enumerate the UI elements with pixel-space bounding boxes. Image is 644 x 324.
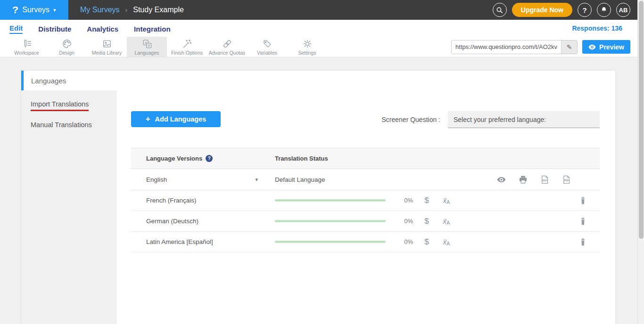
search-button[interactable] bbox=[493, 3, 507, 17]
responses-count[interactable]: Responses: 136 bbox=[572, 24, 622, 32]
svg-text:PDF: PDF bbox=[564, 178, 569, 181]
scrollbar-thumb[interactable] bbox=[639, 1, 644, 239]
product-name: Surveys bbox=[22, 6, 50, 14]
language-versions-table: Language Versions ? Translation Status E… bbox=[131, 148, 600, 252]
toolbar-item-variables[interactable]: Variables bbox=[247, 37, 287, 57]
paid-translation-icon[interactable]: $ bbox=[421, 237, 433, 247]
toolbar-item-settings[interactable]: Settings bbox=[287, 37, 327, 57]
column-translation-status: Translation Status bbox=[275, 155, 328, 162]
avatar[interactable]: AB bbox=[616, 3, 630, 17]
table-row-default-language: English ▾ Default Language bbox=[131, 169, 600, 190]
toolbar-item-advance-quotas[interactable]: Advance Quotas bbox=[207, 37, 247, 57]
language-name: German (Deutsch) bbox=[146, 218, 198, 225]
sidebar-item-label: Manual Translations bbox=[31, 121, 92, 129]
breadcrumb: My Surveys › Study Example bbox=[68, 0, 493, 20]
magic-wand-icon bbox=[182, 39, 192, 49]
translation-progress-bar bbox=[275, 220, 386, 222]
toolbar-label: Variables bbox=[257, 50, 277, 56]
column-language-versions: Language Versions bbox=[146, 155, 202, 162]
workspace-icon bbox=[22, 39, 32, 49]
gear-icon bbox=[302, 39, 313, 49]
survey-url-input[interactable] bbox=[452, 40, 561, 54]
edit-toolbar: Workspace Design Media Library x A Langu… bbox=[0, 37, 644, 57]
translation-progress-bar bbox=[275, 199, 386, 202]
toolbar-item-workspace[interactable]: Workspace bbox=[7, 37, 47, 57]
breadcrumb-separator-icon: › bbox=[125, 6, 128, 14]
top-bar: ? Surveys ▾ My Surveys › Study Example U… bbox=[0, 0, 644, 20]
toolbar-label: Languages bbox=[135, 50, 159, 56]
sidebar-item-manual-translations[interactable]: Manual Translations bbox=[21, 116, 117, 133]
tab-edit[interactable]: Edit bbox=[9, 23, 23, 34]
sidebar-item-import-translations[interactable]: Import Translations bbox=[21, 95, 117, 116]
screener-question-value: Select your preferred language: bbox=[454, 116, 546, 123]
language-rows: French (Français) 0% $ x̄A German (Deuts… bbox=[131, 190, 600, 252]
chain-link-icon bbox=[222, 39, 232, 49]
table-row-language: German (Deutsch) 0% $ x̄A bbox=[131, 211, 600, 232]
upgrade-now-button[interactable]: Upgrade Now bbox=[512, 3, 572, 17]
view-eye-icon[interactable] bbox=[496, 175, 506, 185]
delete-language-button[interactable] bbox=[579, 196, 600, 205]
bell-icon bbox=[600, 6, 608, 14]
table-row-language: French (Français) 0% $ x̄A bbox=[131, 190, 600, 211]
questionpro-logo-icon: ? bbox=[12, 4, 18, 16]
delete-language-button[interactable] bbox=[579, 217, 600, 226]
tab-analytics[interactable]: Analytics bbox=[87, 24, 118, 33]
chevron-down-icon: ▾ bbox=[53, 7, 56, 13]
help-button[interactable]: ? bbox=[578, 3, 592, 17]
paid-translation-icon[interactable]: $ bbox=[421, 196, 433, 205]
language-name: Latin America [Español] bbox=[146, 238, 213, 245]
export-pdf-icon[interactable]: PDF bbox=[561, 175, 571, 185]
default-language-status: Default Language bbox=[275, 176, 325, 183]
add-languages-button[interactable]: + Add Languages bbox=[131, 111, 221, 127]
trash-icon bbox=[579, 217, 586, 226]
app-logo-menu[interactable]: ? Surveys ▾ bbox=[0, 0, 68, 20]
vertical-scrollbar[interactable] bbox=[637, 0, 644, 324]
edit-url-button[interactable]: ✎ bbox=[561, 40, 577, 54]
export-doc-icon[interactable]: DOC bbox=[540, 175, 550, 185]
card-title: Languages bbox=[24, 77, 66, 85]
survey-url-group: ✎ bbox=[451, 40, 578, 54]
preview-label: Preview bbox=[599, 43, 624, 51]
languages-main: + Add Languages Screener Question : Sele… bbox=[117, 90, 615, 324]
toolbar-item-media-library[interactable]: Media Library bbox=[87, 37, 127, 57]
tab-distribute[interactable]: Distribute bbox=[38, 24, 71, 33]
add-languages-label: Add Languages bbox=[155, 115, 206, 123]
toolbar-item-design[interactable]: Design bbox=[47, 37, 87, 57]
trash-icon bbox=[579, 196, 586, 205]
default-row-actions: DOC PDF bbox=[496, 175, 600, 185]
question-mark-icon: ? bbox=[582, 6, 586, 14]
auto-translate-icon[interactable]: x̄A bbox=[439, 196, 454, 205]
translation-percent: 0% bbox=[399, 197, 413, 204]
topbar-actions: Upgrade Now ? AB bbox=[493, 0, 637, 20]
tab-integration[interactable]: Integration bbox=[134, 24, 171, 33]
breadcrumb-my-surveys[interactable]: My Surveys bbox=[80, 6, 120, 14]
notifications-button[interactable] bbox=[597, 3, 611, 17]
screener-question-select[interactable]: Select your preferred language: bbox=[448, 111, 600, 128]
plus-icon: + bbox=[146, 114, 150, 124]
paid-translation-icon[interactable]: $ bbox=[421, 217, 433, 226]
help-badge-icon[interactable]: ? bbox=[206, 155, 213, 162]
design-palette-icon bbox=[62, 39, 72, 49]
preview-button[interactable]: Preview bbox=[582, 40, 630, 54]
auto-translate-icon[interactable]: x̄A bbox=[439, 217, 454, 226]
toolbar-label: Advance Quotas bbox=[209, 50, 246, 56]
auto-translate-icon[interactable]: x̄A bbox=[439, 238, 454, 246]
default-language-name: English bbox=[146, 176, 167, 183]
language-name: French (Français) bbox=[146, 197, 197, 204]
card-header: Languages bbox=[21, 71, 615, 90]
toolbar-item-languages[interactable]: x A Languages bbox=[127, 37, 167, 57]
table-row-language: Latin America [Español] 0% $ x̄A bbox=[131, 232, 600, 252]
toolbar-item-finish-options[interactable]: Finish Options bbox=[167, 37, 207, 57]
toolbar-label: Finish Options bbox=[171, 50, 203, 56]
language-dropdown-caret-icon[interactable]: ▾ bbox=[255, 177, 258, 183]
screener-question-group: Screener Question : Select your preferre… bbox=[381, 111, 600, 128]
svg-text:A: A bbox=[148, 43, 150, 48]
toolbar-label: Workspace bbox=[14, 50, 39, 56]
search-icon bbox=[495, 6, 504, 14]
pencil-icon: ✎ bbox=[567, 43, 572, 51]
delete-language-button[interactable] bbox=[579, 238, 600, 246]
languages-icon: x A bbox=[142, 39, 152, 49]
toolbar-label: Settings bbox=[298, 50, 316, 56]
trash-icon bbox=[579, 238, 586, 246]
print-icon[interactable] bbox=[518, 175, 528, 185]
